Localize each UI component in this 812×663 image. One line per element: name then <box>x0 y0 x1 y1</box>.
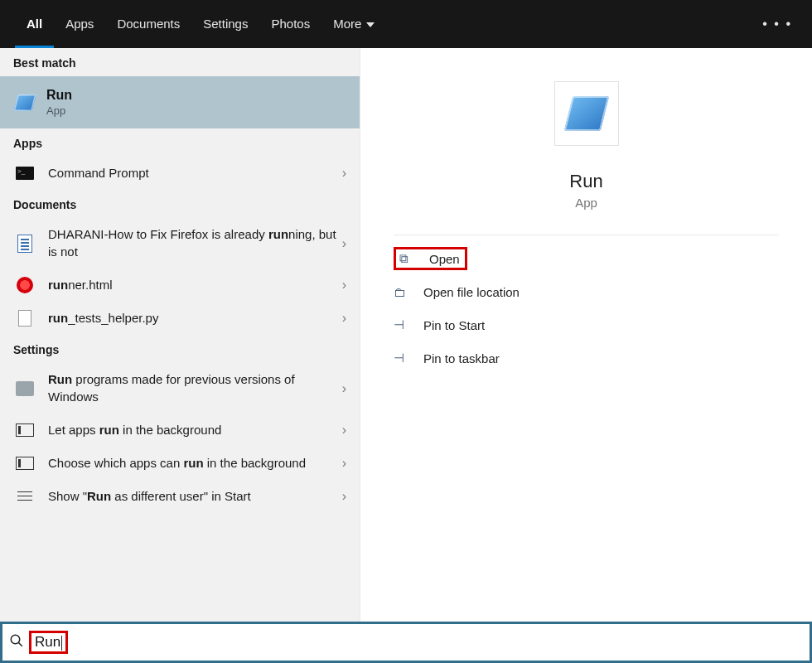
folder-location-icon: 🗀 <box>394 285 423 299</box>
chevron-right-icon: › <box>342 311 346 326</box>
compatibility-icon <box>16 381 34 396</box>
settings-result[interactable]: Show "Run as different user" in Start › <box>0 480 360 513</box>
best-match-result[interactable]: Run App <box>0 76 360 128</box>
app-result-command-prompt[interactable]: Command Prompt › <box>0 157 360 190</box>
chevron-right-icon: › <box>342 236 346 251</box>
top-tab-bar: All Apps Documents Settings Photos More … <box>0 0 812 48</box>
document-result[interactable]: run_tests_helper.py › <box>0 302 360 335</box>
chevron-right-icon: › <box>342 456 346 471</box>
pin-icon: ⊣ <box>394 351 423 365</box>
tab-apps[interactable]: Apps <box>54 0 105 48</box>
app-large-icon <box>554 81 619 146</box>
best-match-title: Run <box>46 88 72 103</box>
settings-result[interactable]: Let apps run in the background › <box>0 414 360 447</box>
tab-settings[interactable]: Settings <box>191 0 259 48</box>
document-result[interactable]: runner.html › <box>0 269 360 302</box>
preview-panel: Run App ⧉ Open 🗀 Open file location ⊣ Pi… <box>360 48 812 622</box>
tab-documents[interactable]: Documents <box>105 0 191 48</box>
chevron-right-icon: › <box>342 278 346 293</box>
more-options-button[interactable]: • • • <box>762 0 792 48</box>
tab-all[interactable]: All <box>15 0 54 48</box>
svg-point-0 <box>11 635 20 644</box>
tab-photos[interactable]: Photos <box>259 0 321 48</box>
pin-icon: ⊣ <box>394 317 423 332</box>
documents-heading: Documents <box>0 190 360 218</box>
preview-title: Run <box>360 171 812 192</box>
best-match-subtitle: App <box>46 104 72 117</box>
chevron-down-icon <box>366 22 375 27</box>
action-open-file-location[interactable]: 🗀 Open file location <box>394 275 812 308</box>
preview-subtitle: App <box>360 196 812 210</box>
settings-result[interactable]: Choose which apps can run in the backgro… <box>0 447 360 480</box>
background-apps-icon <box>16 457 34 470</box>
preview-actions: ⧉ Open 🗀 Open file location ⊣ Pin to Sta… <box>360 247 812 375</box>
command-prompt-icon <box>16 167 34 180</box>
search-bar[interactable]: Run <box>0 622 812 663</box>
settings-heading: Settings <box>0 335 360 363</box>
chevron-right-icon: › <box>342 381 346 396</box>
chevron-right-icon: › <box>342 423 346 438</box>
settings-result[interactable]: Run programs made for previous versions … <box>0 363 360 414</box>
text-caret <box>61 636 62 651</box>
action-open[interactable]: ⧉ Open <box>394 247 467 270</box>
divider <box>394 235 779 235</box>
search-query[interactable]: Run <box>29 631 68 654</box>
apps-heading: Apps <box>0 128 360 157</box>
chevron-right-icon: › <box>342 166 346 181</box>
best-match-heading: Best match <box>0 48 360 76</box>
action-pin-to-taskbar[interactable]: ⊣ Pin to taskbar <box>394 341 812 375</box>
settings-sliders-icon <box>16 489 34 504</box>
search-icon <box>9 633 24 652</box>
word-doc-icon <box>17 235 32 253</box>
opera-icon <box>17 277 33 293</box>
file-icon <box>18 310 31 327</box>
background-apps-icon <box>16 423 34 437</box>
document-result[interactable]: DHARANI-How to Fix Firefox is already ru… <box>0 218 360 269</box>
results-panel: Best match Run App Apps Command Prompt ›… <box>0 48 360 622</box>
svg-line-1 <box>18 642 22 646</box>
run-app-icon <box>14 94 36 111</box>
open-icon: ⧉ <box>399 251 429 266</box>
chevron-right-icon: › <box>342 489 346 504</box>
run-app-icon <box>563 96 608 131</box>
tab-more[interactable]: More <box>321 0 386 48</box>
action-pin-to-start[interactable]: ⊣ Pin to Start <box>394 308 812 341</box>
